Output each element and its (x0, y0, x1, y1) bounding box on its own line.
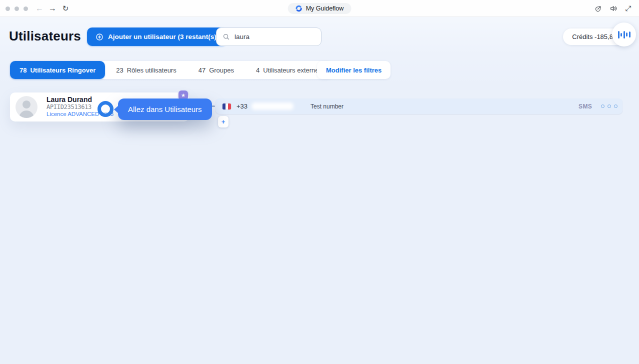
tab-count: 47 (198, 66, 206, 74)
sound-icon[interactable] (609, 4, 618, 13)
phone-prefix: +33 (236, 102, 248, 110)
search-icon (222, 33, 230, 40)
window-dot-icon (6, 6, 10, 11)
tab-roles-utilisateurs[interactable]: 23 Rôles utilisateurs (105, 61, 187, 79)
capability-dot-icon (614, 104, 618, 108)
number-capability-dots[interactable] (601, 104, 618, 108)
plus-circle-icon (96, 33, 104, 41)
tab-utilisateurs-ringover[interactable]: 78 Utilisateurs Ringover (10, 61, 105, 79)
add-number-button[interactable]: + (218, 116, 228, 128)
guideflow-tab-pill[interactable]: My Guideflow (288, 3, 352, 14)
tab-count: 23 (116, 66, 123, 74)
capability-dot-icon (608, 104, 611, 108)
guideflow-logo-icon (296, 5, 302, 12)
avatar (16, 96, 38, 118)
page-title: Utilisateurs (9, 28, 81, 44)
click-indicator-ring (98, 101, 114, 117)
add-user-label: Ajouter un utilisateur (3 restant(s)) (108, 33, 218, 40)
user-api-id: APIID23513613 (46, 104, 92, 110)
fullscreen-icon[interactable]: ⤢ (624, 4, 632, 13)
users-page: Utilisateurs Ajouter un utilisateur (3 r… (0, 17, 639, 364)
guideflow-widget-button[interactable] (612, 22, 636, 46)
sms-badge[interactable]: SMS (578, 103, 592, 110)
window-dot-icon (14, 6, 19, 11)
tab-label: Rôles utilisateurs (127, 66, 176, 74)
modify-filters-button[interactable]: Modifier les filtres (317, 61, 390, 79)
tab-label: Utilisateurs Ringover (30, 66, 96, 74)
capability-dot-icon (601, 104, 604, 108)
add-user-button[interactable]: Ajouter un utilisateur (3 restant(s)) (87, 28, 227, 46)
tab-label: Utilisateurs externes (263, 66, 322, 74)
france-flag-icon (222, 104, 231, 110)
guideflow-tooltip: Allez dans Utilisateurs (118, 98, 212, 120)
back-icon[interactable]: ← (34, 0, 45, 17)
tab-label: Groupes (209, 66, 234, 74)
search-box[interactable] (216, 28, 322, 46)
window-controls (6, 6, 28, 11)
share-link-icon[interactable] (594, 4, 602, 13)
tab-count: 78 (20, 66, 26, 74)
search-input[interactable] (234, 33, 315, 40)
user-name: Laura Durand (46, 96, 92, 104)
tab-groupes[interactable]: 47 Groupes (188, 61, 245, 79)
number-label: Test number (310, 103, 344, 110)
browser-chrome-bar: ← → ↻ My Guideflow ⤢ (0, 0, 639, 17)
window-dot-icon (24, 6, 28, 11)
waveform-icon (618, 31, 630, 38)
guideflow-tab-title: My Guideflow (306, 5, 344, 12)
phone-number-row[interactable]: +33 Test number SMS (216, 98, 622, 114)
reload-icon[interactable]: ↻ (60, 0, 71, 17)
tab-count: 4 (256, 66, 260, 74)
phone-number-redacted (252, 102, 294, 110)
forward-icon[interactable]: → (47, 0, 58, 17)
tabs-bar: 78 Utilisateurs Ringover 23 Rôles utilis… (10, 61, 333, 79)
